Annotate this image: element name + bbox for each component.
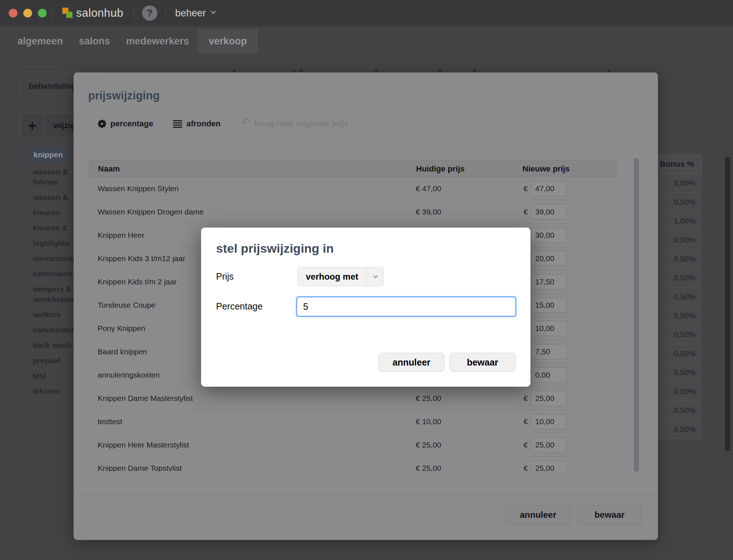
new-price-input[interactable] <box>531 228 567 243</box>
treatment-name: testtest <box>98 410 122 433</box>
modal-save-button[interactable]: bewaar <box>577 505 642 524</box>
treatment-name: Knippen Heer Masterstylist <box>98 433 189 457</box>
treatment-name: Knippen Heer <box>98 224 144 247</box>
column-header-nieuwe-prijs: Nieuwe prijs <box>522 161 570 177</box>
sidebar-category-item[interactable]: wassen & fohnen <box>30 167 74 187</box>
sidebar-category-item[interactable]: teksten <box>30 386 74 396</box>
dialog-title: stel prijswijziging in <box>216 241 334 256</box>
sidebar-category-item[interactable]: highlights <box>30 238 74 248</box>
table-row: Knippen Heer Masterstylist € 25,00 € <box>89 433 616 457</box>
subtab-letter-fragment <box>375 70 377 72</box>
table-row: Knippen Dame Topstylist € 25,00 € <box>89 457 616 472</box>
price-table-header: Naam Huidige prijs Nieuwe prijs <box>89 160 616 177</box>
salonhub-logo-icon <box>62 7 74 19</box>
table-scrollbar[interactable] <box>634 158 639 472</box>
bonus-value: 5,00% <box>651 174 702 193</box>
page-scrollbar[interactable] <box>725 157 730 451</box>
sidebar-category-item[interactable]: wassen & <box>30 192 74 202</box>
window-close-button[interactable] <box>9 9 17 17</box>
bonus-value: 0,50% <box>651 420 702 439</box>
treatment-name: Pony Knippen <box>98 317 145 340</box>
main-tab[interactable]: algemeen <box>17 36 63 47</box>
new-price-input[interactable] <box>531 181 567 196</box>
dialog-save-button[interactable]: bewaar <box>450 353 516 372</box>
set-price-change-dialog: stel prijswijziging in Prijs verhoog met… <box>201 228 530 387</box>
new-price-input[interactable] <box>531 344 567 359</box>
modal-footer-divider <box>74 489 658 489</box>
sidebar-category-item[interactable]: welkom <box>30 309 74 320</box>
subtab-letter-fragment <box>474 70 475 72</box>
sidebar-category-item[interactable]: omvorming <box>30 253 74 264</box>
main-tab[interactable]: verkoop <box>198 29 258 53</box>
bonus-value: 0,50% <box>651 306 702 325</box>
chevron-down-icon <box>373 274 378 279</box>
sidebar-category-item[interactable]: extensions <box>30 269 74 279</box>
sidebar-category-item[interactable]: wimpers & wenkbrauwen <box>30 284 74 304</box>
help-icon: ? <box>142 5 157 21</box>
new-price-input[interactable] <box>531 251 567 266</box>
new-price-input[interactable] <box>531 461 567 472</box>
current-price: € 39,00 <box>416 200 441 224</box>
toolbar-divider <box>74 142 658 142</box>
modal-title: prijswijziging <box>88 89 160 102</box>
add-treatment-button[interactable]: + <box>21 114 44 137</box>
sidebar-category-item[interactable]: knippen <box>30 147 67 162</box>
main-tabs: algemeen salons medewerkers verkoop <box>17 29 258 53</box>
topbar-divider <box>165 5 166 21</box>
reset-original-price-button[interactable]: ↶ terug naar originele prijs <box>241 119 349 129</box>
help-button[interactable]: ? <box>142 5 157 21</box>
bonus-value: 0,50% <box>651 193 702 212</box>
topbar: salonhub ? beheer <box>0 0 733 26</box>
new-price-input[interactable] <box>531 414 567 429</box>
topbar-divider <box>134 5 134 21</box>
percentage-label: Percentage <box>216 301 263 312</box>
percentage-button[interactable]: percentage <box>98 119 153 129</box>
currency-symbol: € <box>524 387 528 410</box>
new-price-input[interactable] <box>531 367 567 383</box>
subtab-letter-fragment <box>299 70 303 71</box>
treatment-name: Tondeuse Coupe <box>98 293 156 317</box>
new-price-input[interactable] <box>531 437 567 453</box>
treatment-name: Wassen Knippen Stylen <box>98 177 179 200</box>
bonus-value: 0,50% <box>651 325 702 344</box>
modal-cancel-button[interactable]: annuleer <box>506 505 571 524</box>
window-zoom-button[interactable] <box>38 9 47 17</box>
treatment-name: Knippen Kids 3 t/m12 jaar <box>98 247 185 270</box>
round-button[interactable]: afronden <box>173 119 220 129</box>
currency-symbol: € <box>524 200 528 224</box>
sidebar-category-item[interactable]: test <box>30 371 74 381</box>
sidebar-category-item[interactable]: prepaid <box>30 355 74 366</box>
new-price-input[interactable] <box>531 274 567 289</box>
topbar-divider <box>52 5 53 21</box>
chevron-down-icon <box>211 9 216 14</box>
window-minimize-button[interactable] <box>23 9 32 17</box>
new-price-input[interactable] <box>531 391 567 406</box>
bonus-value: 0,50% <box>651 230 702 249</box>
sidebar-category-item[interactable]: back wash <box>30 340 74 350</box>
price-mode-select[interactable]: verhoog met <box>298 267 384 286</box>
main-tab[interactable]: medewerkers <box>126 36 189 47</box>
treatment-name: Knippen Kids t/m 2 jaar <box>98 270 177 293</box>
user-menu-beheer[interactable]: beheer <box>175 8 215 19</box>
bonus-value: 0,50% <box>651 382 702 401</box>
current-price: € 25,00 <box>416 433 441 457</box>
subtab-letter-fragment <box>233 70 235 72</box>
sidebar-category-item[interactable]: nanokeratine <box>30 325 74 335</box>
new-price-input[interactable] <box>531 297 567 313</box>
main-tab[interactable]: salons <box>79 36 110 47</box>
gear-icon <box>98 119 106 128</box>
table-row: Wassen Knippen Drogen dame € 39,00 € <box>89 200 616 224</box>
category-sidebar: knippen wassen & fohnen wassen & kleuren… <box>30 147 74 401</box>
new-price-input[interactable] <box>531 204 567 220</box>
sidebar-category-item[interactable]: kleuren <box>30 208 74 218</box>
bonus-value: 1,00% <box>651 212 702 230</box>
bonus-value: 0,50% <box>651 249 702 268</box>
dialog-cancel-button[interactable]: annuleer <box>379 353 444 372</box>
new-price-input[interactable] <box>531 321 567 336</box>
current-price: € 25,00 <box>416 387 441 410</box>
treatment-name: annuleringskosten <box>98 363 160 387</box>
percentage-input[interactable] <box>296 296 517 317</box>
sidebar-category-item[interactable]: kleuren & <box>30 223 74 233</box>
treatment-name: Knippen Dame Masterstylist <box>98 387 193 410</box>
bonus-column-header: Bonus % <box>651 155 702 174</box>
